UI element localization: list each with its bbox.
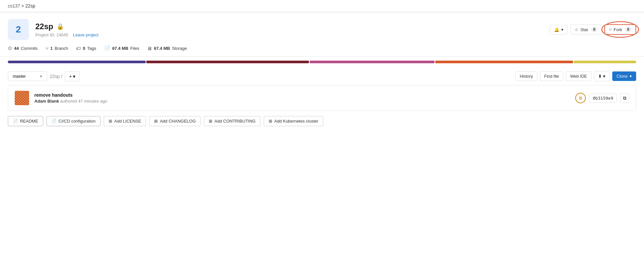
download-chevron-icon: ▾ — [603, 74, 605, 79]
add-kubernetes-label: Add Kubernetes cluster — [274, 119, 318, 124]
readme-icon: 📄 — [13, 119, 18, 124]
breadcrumb: cs137 > 22sp — [0, 0, 644, 12]
add-file-button[interactable]: + ▾ — [65, 71, 80, 81]
web-ide-label: Web IDE — [570, 74, 587, 79]
commits-stat[interactable]: ⊙ 44 Commits — [8, 45, 38, 51]
chevron-down-icon: ▾ — [561, 27, 564, 32]
commits-label: Commits — [21, 46, 37, 51]
lang-segment-1 — [8, 61, 146, 63]
clone-chevron-icon: ▾ — [630, 74, 632, 79]
commit-hash[interactable]: 0b3159e9 — [589, 94, 617, 103]
storage-stat: 🖥 67.4 MB Storage — [147, 46, 187, 51]
lang-segment-3 — [310, 61, 435, 63]
lock-icon: 🔒 — [57, 23, 64, 30]
commit-verb: authored — [60, 99, 78, 104]
lang-segment-5 — [574, 61, 636, 63]
tag-icon: 🏷 — [76, 46, 81, 51]
fork-count: 0 — [625, 27, 632, 32]
pipeline-status-icon[interactable]: ⏸ — [575, 93, 586, 103]
add-chevron-icon: ▾ — [73, 74, 75, 79]
commit-info: remove handouts Adam Blank authored 47 m… — [34, 92, 570, 104]
plus-icon: + — [69, 74, 72, 79]
cicd-config-button[interactable]: 📄 CI/CD configuration — [46, 116, 100, 126]
history-button[interactable]: History — [515, 71, 537, 81]
repository-toolbar: master ▾ 22sp / + ▾ History Find file We… — [0, 67, 644, 85]
copy-hash-button[interactable]: ⧉ — [620, 93, 629, 103]
add-license-button[interactable]: ⊞ Add LICENSE — [104, 116, 146, 126]
star-label: Star — [581, 27, 588, 32]
readme-button[interactable]: 📄 README — [8, 116, 43, 126]
files-value: 67.4 MB — [112, 46, 128, 51]
breadcrumb-parent[interactable]: cs137 — [8, 3, 20, 9]
clone-button[interactable]: Clone ▾ — [612, 71, 636, 81]
find-file-button[interactable]: Find file — [540, 71, 564, 81]
web-ide-button[interactable]: Web IDE — [566, 71, 591, 81]
project-header: 2 22sp 🔒 Project ID: 14045 Leave project… — [0, 12, 644, 45]
project-id: Project ID: 14045 — [35, 32, 68, 37]
bell-icon: 🔔 — [554, 27, 559, 32]
add-license-icon: ⊞ — [109, 119, 112, 124]
commit-message[interactable]: remove handouts — [34, 92, 570, 98]
add-contributing-label: Add CONTRIBUTING — [214, 119, 256, 124]
lang-segment-2 — [146, 61, 309, 63]
star-button[interactable]: ☆ Star 0 — [570, 25, 602, 34]
commits-value: 44 — [14, 46, 19, 51]
storage-value: 67.4 MB — [154, 46, 170, 51]
star-count: 0 — [591, 27, 598, 32]
add-changelog-icon: ⊞ — [154, 119, 158, 124]
download-button[interactable]: ⬇ ▾ — [594, 71, 610, 81]
storage-label: Storage — [172, 46, 187, 51]
cicd-label: CI/CD configuration — [59, 119, 96, 124]
quick-actions: 📄 README 📄 CI/CD configuration ⊞ Add LIC… — [0, 116, 644, 133]
notifications-button[interactable]: 🔔 ▾ — [550, 25, 568, 34]
tags-stat[interactable]: 🏷 0 Tags — [76, 46, 96, 51]
copy-icon: ⧉ — [623, 95, 626, 101]
add-kubernetes-icon: ⊞ — [269, 119, 272, 124]
project-avatar: 2 — [8, 19, 29, 40]
add-kubernetes-button[interactable]: ⊞ Add Kubernetes cluster — [264, 116, 323, 126]
branch-name: master — [13, 74, 26, 79]
commit-author: Adam Blank — [34, 99, 59, 104]
branches-label: Branch — [55, 46, 68, 51]
toolbar-right: History Find file Web IDE ⬇ ▾ Clone ▾ — [515, 71, 636, 81]
project-name: 22sp — [35, 22, 53, 31]
commit-section: remove handouts Adam Blank authored 47 m… — [8, 85, 636, 111]
find-file-label: Find file — [544, 74, 559, 79]
branches-value: 1 — [50, 46, 53, 51]
stats-bar: ⊙ 44 Commits ⑂ 1 Branch 🏷 0 Tags 📄 67.4 … — [0, 45, 644, 57]
history-label: History — [520, 74, 533, 79]
fork-button[interactable]: ⑂ Fork 0 — [604, 24, 636, 35]
add-contributing-button[interactable]: ⊞ Add CONTRIBUTING — [204, 116, 260, 126]
clone-label: Clone — [617, 74, 628, 79]
breadcrumb-separator: > — [21, 3, 25, 9]
commit-time: 47 minutes ago — [78, 99, 107, 104]
branch-icon: ⑂ — [45, 46, 48, 51]
add-changelog-button[interactable]: ⊞ Add CHANGELOG — [149, 116, 201, 126]
project-meta: Project ID: 14045 Leave project — [35, 32, 543, 37]
commit-sub: Adam Blank authored 47 minutes ago — [34, 99, 570, 104]
add-license-label: Add LICENSE — [114, 119, 141, 124]
commit-avatar — [15, 91, 29, 105]
star-icon: ☆ — [575, 27, 579, 32]
tags-label: Tags — [87, 46, 96, 51]
commits-icon: ⊙ — [8, 45, 12, 51]
lang-segment-4 — [435, 61, 573, 63]
branches-stat[interactable]: ⑂ 1 Branch — [45, 46, 68, 51]
add-changelog-label: Add CHANGELOG — [160, 119, 196, 124]
fork-icon: ⑂ — [609, 27, 612, 32]
storage-icon: 🖥 — [147, 46, 152, 51]
cicd-icon: 📄 — [51, 119, 57, 124]
branch-chevron-icon: ▾ — [40, 74, 42, 79]
files-label: Files — [130, 46, 139, 51]
branch-selector[interactable]: master ▾ — [8, 71, 47, 81]
project-info: 22sp 🔒 Project ID: 14045 Leave project — [35, 22, 543, 37]
path-name: 22sp — [50, 74, 60, 79]
fork-label: Fork — [614, 27, 622, 32]
files-stat: 📄 67.4 MB Files — [104, 45, 139, 51]
commit-actions: ⏸ 0b3159e9 ⧉ — [575, 93, 629, 103]
tags-value: 0 — [83, 46, 85, 51]
add-contributing-icon: ⊞ — [209, 119, 212, 124]
leave-project-link[interactable]: Leave project — [73, 32, 98, 37]
files-icon: 📄 — [104, 45, 110, 51]
download-icon: ⬇ — [598, 74, 602, 79]
